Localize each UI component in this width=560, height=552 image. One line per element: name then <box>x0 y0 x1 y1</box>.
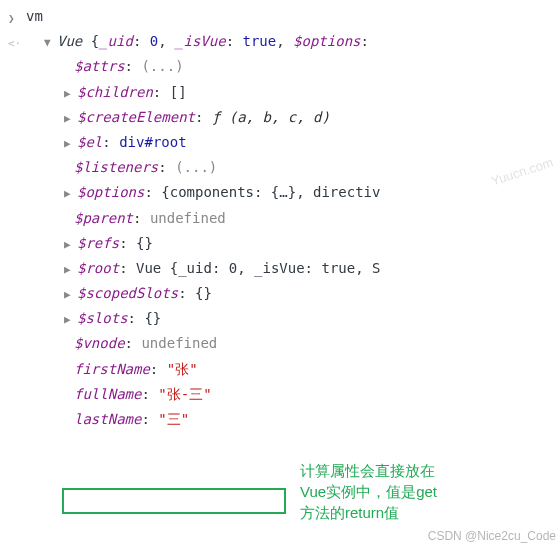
prop-firstName[interactable]: firstName: "张" <box>64 357 560 382</box>
expand-icon[interactable]: ▶ <box>64 134 74 154</box>
prop-slots[interactable]: ▶$slots: {} <box>64 306 560 331</box>
prop-root[interactable]: ▶$root: Vue {_uid: 0, _isVue: true, S <box>64 256 560 281</box>
input-expression[interactable]: vm <box>26 4 43 29</box>
expand-icon[interactable]: ▶ <box>64 109 74 129</box>
console-input-row: ❯ vm <box>8 4 552 29</box>
expand-icon[interactable]: ▶ <box>64 84 74 104</box>
expand-icon[interactable]: ▶ <box>64 184 74 204</box>
prop-parent[interactable]: $parent: undefined <box>64 206 560 231</box>
highlight-box <box>62 488 286 514</box>
prop-lastName[interactable]: lastName: "三" <box>64 407 560 432</box>
prop-fullName[interactable]: fullName: "张-三" <box>64 382 560 407</box>
prop-options[interactable]: ▶$options: {components: {…}, directiv <box>64 180 560 205</box>
prop-listeners[interactable]: $listeners: (...) <box>64 155 560 180</box>
prompt-icon: ❯ <box>8 4 20 29</box>
return-icon: <· <box>8 29 20 54</box>
console-output-row: <· ▼Vue {_uid: 0, _isVue: true, $options… <box>8 29 552 432</box>
prop-el[interactable]: ▶$el: div#root <box>64 130 560 155</box>
expand-icon[interactable]: ▶ <box>64 285 74 305</box>
prop-createElement[interactable]: ▶$createElement: ƒ (a, b, c, d) <box>64 105 560 130</box>
expand-icon[interactable]: ▶ <box>64 235 74 255</box>
object-summary[interactable]: ▼Vue {_uid: 0, _isVue: true, $options: <box>44 29 560 54</box>
expand-icon[interactable]: ▼ <box>44 33 54 53</box>
prop-children[interactable]: ▶$children: [] <box>64 80 560 105</box>
expand-icon[interactable]: ▶ <box>64 310 74 330</box>
watermark-csdn: CSDN @Nice2cu_Code <box>428 526 556 548</box>
expand-icon[interactable]: ▶ <box>64 260 74 280</box>
prop-vnode[interactable]: $vnode: undefined <box>64 331 560 356</box>
prop-refs[interactable]: ▶$refs: {} <box>64 231 560 256</box>
ctor-name: Vue <box>57 33 91 49</box>
annotation-text: 计算属性会直接放在 Vue实例中，值是get 方法的return值 <box>300 460 437 523</box>
prop-attrs[interactable]: $attrs: (...) <box>64 54 560 79</box>
prop-scopedSlots[interactable]: ▶$scopedSlots: {} <box>64 281 560 306</box>
